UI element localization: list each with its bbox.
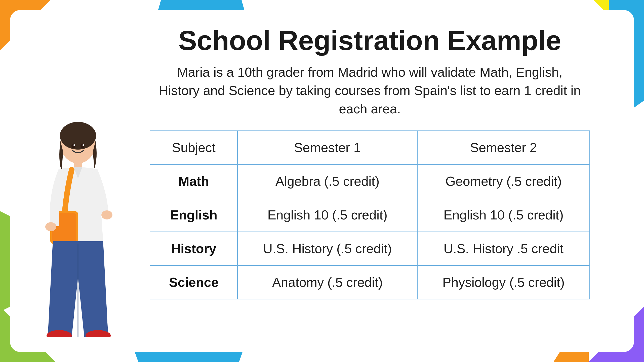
- header-subject: Subject: [150, 131, 237, 164]
- svg-point-10: [71, 144, 75, 148]
- semester1-cell-3: Anatomy (.5 credit): [237, 265, 417, 299]
- semester2-cell-2: U.S. History .5 credit: [417, 232, 590, 265]
- semester1-cell-1: English 10 (.5 credit): [237, 198, 417, 232]
- subject-cell-2: History: [150, 232, 237, 265]
- svg-point-12: [73, 144, 75, 146]
- subject-cell-3: Science: [150, 265, 237, 299]
- semester1-cell-2: U.S. History (.5 credit): [237, 232, 417, 265]
- page-subtitle: Maria is a 10th grader from Madrid who w…: [156, 63, 584, 118]
- semester2-cell-3: Physiology (.5 credit): [417, 265, 590, 299]
- semester1-cell-0: Algebra (.5 credit): [237, 164, 417, 198]
- table-header-row: Subject Semester 1 Semester 2: [150, 131, 590, 164]
- header-semester2: Semester 2: [417, 131, 590, 164]
- svg-point-1: [60, 122, 96, 150]
- main-card: School Registration Example Maria is a 1…: [10, 10, 634, 352]
- subject-cell-1: English: [150, 198, 237, 232]
- table-row: EnglishEnglish 10 (.5 credit)English 10 …: [150, 198, 590, 232]
- table-row: MathAlgebra (.5 credit)Geometry (.5 cred…: [150, 164, 590, 198]
- semester2-cell-0: Geometry (.5 credit): [417, 164, 590, 198]
- header-semester1: Semester 1: [237, 131, 417, 164]
- registration-table-wrapper: Subject Semester 1 Semester 2 MathAlgebr…: [150, 130, 590, 299]
- student-figure: [25, 121, 131, 337]
- svg-point-11: [80, 144, 85, 148]
- svg-point-8: [101, 210, 112, 219]
- table-row: ScienceAnatomy (.5 credit)Physiology (.5…: [150, 265, 590, 299]
- semester2-cell-1: English 10 (.5 credit): [417, 198, 590, 232]
- svg-point-13: [83, 144, 84, 146]
- registration-table: Subject Semester 1 Semester 2 MathAlgebr…: [150, 130, 590, 299]
- page-title: School Registration Example: [178, 25, 561, 56]
- svg-point-9: [45, 222, 56, 231]
- table-row: HistoryU.S. History (.5 credit)U.S. Hist…: [150, 232, 590, 265]
- subject-cell-0: Math: [150, 164, 237, 198]
